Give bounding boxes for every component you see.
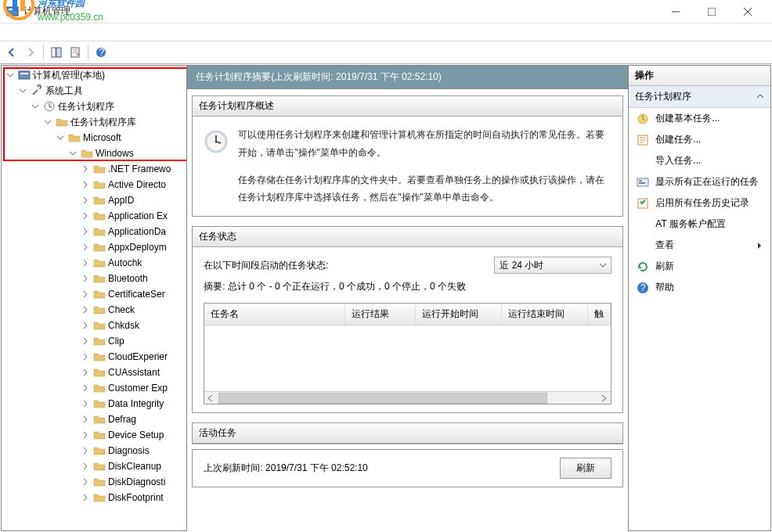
col-task-name[interactable]: 任务名 [204,304,345,325]
tree-expander[interactable] [80,179,91,190]
tree-folder-5[interactable]: AppxDeploym [2,239,186,255]
horizontal-scrollbar[interactable] [204,391,611,404]
tree-expander[interactable] [80,351,91,362]
tree-folder-2[interactable]: AppID [2,192,186,208]
tree-expander[interactable] [80,476,91,487]
tree-expander[interactable] [42,117,53,128]
actions-group-label[interactable]: 任务计划程序 [629,86,770,108]
col-trigger[interactable]: 触 [588,304,611,325]
tree-expander[interactable] [80,257,91,268]
tree-expander[interactable] [80,367,91,378]
minimize-button[interactable] [658,0,694,23]
tree-system-tools[interactable]: 系统工具 [2,83,186,99]
toolbar-properties-button[interactable] [67,44,84,61]
tree-folder-1[interactable]: Active Directo [2,177,186,192]
scroll-left-icon[interactable] [204,393,217,404]
back-button[interactable] [3,44,20,61]
action-create-task[interactable]: 创建任务... [629,129,770,150]
period-dropdown-value: 近 24 小时 [500,259,543,272]
tree-folder-20[interactable]: DiskDiagnosti [2,474,186,490]
tree-folder-19[interactable]: DiskCleanup [2,458,186,474]
history-icon [637,197,649,210]
tree-folder-14[interactable]: Customer Exp [2,380,186,396]
tree-expander[interactable] [30,101,41,112]
tree-folder-17[interactable]: Device Setup [2,427,186,443]
tree-folder-15[interactable]: Data Integrity [2,396,186,412]
tree-folder-13[interactable]: CUAssistant [2,365,186,380]
action-at-account[interactable]: AT 服务帐户配置 [629,214,770,235]
toolbar-pane-button[interactable] [48,44,65,61]
tree-expander[interactable] [80,195,91,206]
tree-expander[interactable] [80,289,91,300]
period-dropdown[interactable]: 近 24 小时 [494,257,611,274]
tree-expander[interactable] [80,226,91,237]
tree-folder-0[interactable]: .NET Framewo [2,161,186,177]
tree-expander[interactable] [80,492,91,503]
action-enable-history[interactable]: 启用所有任务历史记录 [629,192,770,214]
tree-microsoft[interactable]: Microsoft [2,130,186,146]
tree-expander[interactable] [80,242,91,253]
tree-expander[interactable] [80,164,91,174]
tree-windows[interactable]: Windows [2,146,186,161]
col-start[interactable]: 运行开始时间 [416,304,502,325]
tree-folder-16[interactable]: Defrag [2,412,186,427]
clock-icon [204,129,229,154]
tree-expander[interactable] [80,445,91,456]
tree-folder-18[interactable]: Diagnosis [2,443,186,458]
action-view[interactable]: 查看 [629,235,770,256]
tree-folder-11[interactable]: Clip [2,333,186,349]
tree-expander[interactable] [17,85,28,96]
tree-expander[interactable] [80,210,91,221]
svg-text:?: ? [640,282,646,293]
tree-root[interactable]: 计算机管理(本地) [2,67,186,83]
tree-folder-3[interactable]: Application Ex [2,208,186,224]
toolbar-help-button[interactable]: ? [92,44,110,61]
action-help[interactable]: ? 帮助 [629,277,770,298]
tree-expander[interactable] [80,430,91,440]
maximize-button[interactable] [694,0,730,23]
tree-expander[interactable] [80,383,91,394]
menu-file[interactable]: 文件(F) [3,24,46,41]
navigation-tree[interactable]: 计算机管理(本地)系统工具任务计划程序任务计划程序库MicrosoftWindo… [1,65,187,531]
tree-expander[interactable] [80,320,91,331]
refresh-button[interactable]: 刷新 [560,458,611,479]
menu-help[interactable]: 帮助(H) [134,24,179,41]
close-button[interactable] [730,0,766,23]
toolbar: ? [0,41,772,64]
col-result[interactable]: 运行结果 [345,304,416,325]
menu-view[interactable]: 查看(V) [90,24,134,41]
tree-task-scheduler[interactable]: 任务计划程序 [2,99,186,114]
scroll-right-icon[interactable] [598,393,611,404]
tree-task-library[interactable]: 任务计划程序库 [2,114,186,130]
col-end[interactable]: 运行结束时间 [502,304,588,325]
tree-expander[interactable] [80,273,91,284]
action-refresh[interactable]: 刷新 [629,256,770,277]
tree-folder-7[interactable]: Bluetooth [2,271,186,286]
overview-title: 任务计划程序概述 [193,96,622,117]
tree-folder-4[interactable]: ApplicationDa [2,224,186,239]
tree-expander[interactable] [5,70,16,81]
tree-folder-21[interactable]: DiskFootprint [2,490,186,505]
overview-section: 任务计划程序概述 可以使用任务计划程序来创建和管理计算机将在所指定的时间自动执行… [192,95,623,217]
tree-expander[interactable] [80,336,91,347]
tree-folder-10[interactable]: Chkdsk [2,318,186,333]
svg-rect-6 [708,8,716,16]
tree-expander[interactable] [80,304,91,315]
tree-expander[interactable] [55,132,66,143]
scroll-thumb[interactable] [218,393,547,404]
tree-expander[interactable] [80,398,91,409]
task-result-table[interactable]: 任务名 运行结果 运行开始时间 运行结束时间 触 [204,303,611,404]
tree-folder-8[interactable]: CertificateSer [2,286,186,302]
action-show-running[interactable]: 显示所有正在运行的任务 [629,171,770,192]
svg-rect-10 [56,48,61,57]
tree-folder-6[interactable]: Autochk [2,255,186,271]
tree-folder-12[interactable]: CloudExperier [2,349,186,365]
tree-folder-9[interactable]: Check [2,302,186,318]
action-import-task[interactable]: 导入任务... [629,150,770,171]
forward-button[interactable] [22,44,39,61]
action-create-basic-task[interactable]: 创建基本任务... [629,108,770,129]
tree-expander[interactable] [67,148,78,159]
menu-action[interactable]: 操作(A) [46,24,90,41]
tree-expander[interactable] [80,414,91,425]
tree-expander[interactable] [80,461,91,472]
